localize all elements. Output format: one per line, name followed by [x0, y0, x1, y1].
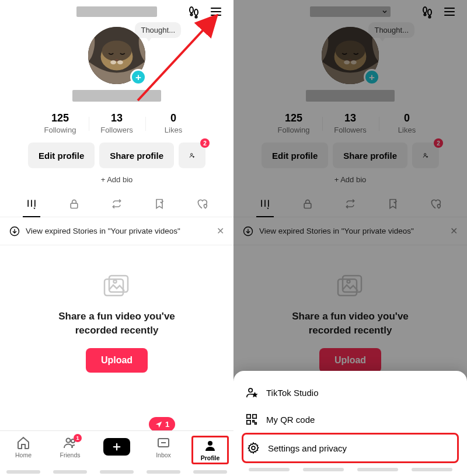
nav-handle-bars: [0, 470, 234, 474]
svg-point-10: [115, 59, 119, 61]
tab-private[interactable]: [61, 196, 88, 212]
sheet-item-studio[interactable]: TikTok Studio: [242, 379, 459, 406]
stat-followers[interactable]: 13 Followers: [89, 112, 145, 134]
svg-point-61: [249, 388, 252, 392]
menu-bottom-sheet: TikTok Studio My QR code Settings and pr…: [234, 371, 467, 476]
svg-point-3: [195, 16, 197, 18]
svg-rect-63: [253, 415, 256, 418]
profile-buttons: Edit profile Share profile 2: [0, 143, 234, 168]
tab-saved[interactable]: [146, 196, 173, 212]
svg-rect-18: [34, 200, 36, 207]
nav-profile-label: Profile: [201, 454, 220, 461]
nav-create[interactable]: [98, 436, 135, 456]
close-icon[interactable]: ✕: [217, 225, 224, 237]
hamburger-menu-icon[interactable]: [209, 5, 223, 19]
header: [0, 0, 234, 23]
stat-likes[interactable]: 0 Likes: [145, 112, 202, 134]
nav-inbox-label: Inbox: [156, 451, 171, 458]
svg-rect-65: [253, 421, 255, 422]
svg-point-1: [194, 9, 198, 15]
plus-icon: [111, 442, 122, 452]
sheet-studio-label: TikTok Studio: [266, 388, 318, 398]
svg-marker-19: [34, 208, 36, 210]
username-redacted: [72, 90, 161, 102]
sheet-item-settings[interactable]: Settings and privacy: [242, 433, 459, 463]
footprints-icon[interactable]: [187, 5, 201, 19]
sheet-qr-label: My QR code: [266, 415, 315, 425]
friends-badge: 1: [74, 434, 82, 442]
svg-rect-66: [255, 423, 257, 425]
status-dot: [138, 30, 142, 34]
profile-screen-left: Thought... +: [0, 0, 234, 476]
tab-grid[interactable]: [18, 196, 45, 212]
stat-following-label: Following: [32, 126, 89, 134]
share-profile-button[interactable]: Share profile: [99, 143, 174, 168]
inbox-icon: [156, 436, 170, 450]
svg-point-32: [208, 441, 212, 446]
sheet-settings-label: Settings and privacy: [268, 443, 347, 453]
add-friends-badge: 2: [200, 138, 210, 148]
svg-rect-64: [247, 421, 250, 424]
svg-rect-62: [247, 415, 250, 418]
stat-likes-label: Likes: [145, 126, 202, 134]
svg-rect-16: [28, 200, 29, 207]
edit-profile-button[interactable]: Edit profile: [28, 143, 95, 168]
bottom-nav: Home Friends 1 Inbox Profile: [0, 430, 234, 476]
add-bio-button[interactable]: + Add bio: [0, 175, 234, 184]
tab-reposts[interactable]: [103, 196, 130, 212]
create-button[interactable]: [103, 438, 130, 456]
add-friends-button[interactable]: 2: [179, 143, 205, 168]
svg-rect-17: [32, 200, 33, 207]
banner-text: View expired Stories in "Your private vi…: [26, 227, 180, 235]
stats-row: 125 Following 13 Followers 0 Likes: [0, 112, 234, 134]
nav-profile[interactable]: Profile: [191, 436, 229, 464]
nav-home[interactable]: Home: [5, 436, 42, 458]
sheet-handle-bars: [242, 463, 459, 475]
inbox-notification-bubble[interactable]: 1: [149, 417, 175, 432]
svg-rect-20: [71, 203, 78, 208]
profile-icon: [203, 439, 217, 453]
account-switcher[interactable]: [76, 6, 157, 17]
stat-following-count: 125: [32, 112, 89, 124]
svg-point-67: [252, 446, 255, 450]
stat-followers-count: 13: [89, 112, 145, 124]
nav-inbox[interactable]: Inbox: [145, 436, 182, 458]
stat-followers-label: Followers: [89, 126, 145, 134]
avatar-section: Thought... +: [0, 27, 234, 102]
svg-point-9: [102, 41, 132, 61]
nav-home-label: Home: [15, 451, 32, 458]
svg-point-13: [191, 154, 193, 155]
expired-stories-banner[interactable]: View expired Stories in "Your private vi…: [0, 217, 234, 245]
svg-point-12: [117, 60, 123, 64]
nav-friends[interactable]: Friends 1: [51, 436, 89, 458]
profile-screen-right: Thought... +: [234, 0, 467, 476]
tab-liked[interactable]: [189, 196, 215, 212]
sheet-item-qr[interactable]: My QR code: [242, 406, 459, 433]
qr-icon: [245, 413, 258, 426]
gear-icon: [247, 442, 260, 454]
svg-point-0: [190, 7, 193, 13]
home-icon: [16, 436, 30, 450]
upload-button[interactable]: Upload: [86, 348, 148, 373]
stat-following[interactable]: 125 Following: [32, 112, 89, 134]
empty-state: Share a fun video you've recorded recent…: [0, 245, 234, 373]
add-story-button[interactable]: +: [130, 69, 147, 85]
nav-friends-label: Friends: [60, 451, 80, 458]
inbox-pop-count: 1: [165, 420, 169, 429]
svg-point-25: [114, 280, 117, 283]
image-stack-icon: [18, 273, 216, 299]
empty-text: Share a fun video you've recorded recent…: [18, 310, 216, 338]
content-tabs: [0, 196, 234, 217]
send-icon: [155, 421, 163, 429]
download-circle-icon: [9, 226, 20, 237]
svg-rect-24: [109, 276, 128, 292]
person-star-icon: [245, 386, 258, 399]
svg-point-2: [190, 13, 192, 15]
stat-likes-count: 0: [145, 112, 202, 124]
svg-point-11: [110, 60, 116, 64]
svg-point-26: [67, 439, 71, 443]
